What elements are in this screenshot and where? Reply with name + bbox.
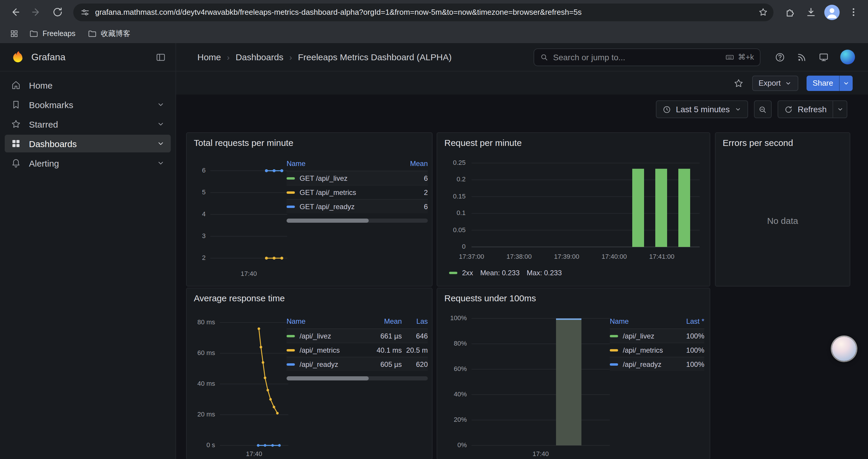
search-input[interactable]: Search or jump to... ⌘+k bbox=[533, 48, 761, 66]
legend-table: Name Last * /api/_livez 100% /api/_metri… bbox=[610, 314, 704, 371]
share-dropdown-button[interactable] bbox=[839, 75, 852, 91]
floating-assistant-avatar[interactable] bbox=[832, 337, 856, 361]
sidebar-collapse-icon[interactable] bbox=[155, 52, 166, 62]
legend-row: /api/_livez 661 µs 646 bbox=[286, 328, 428, 342]
favorite-star-icon[interactable] bbox=[733, 78, 744, 88]
panel-title[interactable]: Average response time bbox=[194, 293, 285, 303]
extensions-icon[interactable] bbox=[779, 2, 800, 22]
scrollbar-thumb[interactable] bbox=[286, 376, 368, 381]
refresh-button[interactable]: Refresh bbox=[778, 100, 833, 118]
bookmark-star-icon[interactable] bbox=[754, 4, 771, 21]
x-tick-label: 17:39:00 bbox=[545, 253, 589, 260]
series-point bbox=[276, 412, 279, 415]
back-button[interactable] bbox=[5, 2, 25, 22]
sidebar-item-label: Home bbox=[29, 80, 165, 90]
x-tick-label: 17:38:00 bbox=[497, 253, 541, 260]
y-tick-label: 40% bbox=[443, 391, 467, 398]
share-button[interactable]: Share bbox=[807, 75, 839, 91]
panel-title[interactable]: Request per minute bbox=[444, 138, 522, 148]
bookmark-item-freeleaps[interactable]: Freeleaps bbox=[24, 27, 81, 41]
series-name[interactable]: /api/_readyz bbox=[623, 360, 674, 368]
legend-header-last[interactable]: Last * bbox=[674, 317, 704, 326]
reload-button[interactable] bbox=[47, 2, 67, 22]
header-icons bbox=[775, 50, 855, 64]
bookmark-icon bbox=[11, 99, 21, 110]
legend-scrollbar[interactable] bbox=[286, 219, 428, 223]
bar-chart: 0.250.20.150.10.05017:37:0017:38:0017:39… bbox=[443, 158, 705, 267]
series-mean: 605 µs bbox=[365, 360, 402, 368]
breadcrumb-separator: › bbox=[227, 52, 229, 62]
sidebar-item-home[interactable]: Home bbox=[5, 76, 171, 94]
y-tick-label: 80 ms bbox=[193, 319, 215, 326]
folder-icon bbox=[29, 29, 38, 38]
breadcrumb: Home › Dashboards › Freeleaps Metrics Da… bbox=[197, 52, 452, 62]
news-rss-icon[interactable] bbox=[797, 52, 807, 62]
series-name[interactable]: /api/_metrics bbox=[300, 346, 365, 354]
series-name[interactable]: /api/_metrics bbox=[623, 346, 674, 354]
apps-grid-icon[interactable] bbox=[6, 26, 23, 41]
export-button[interactable]: Export bbox=[752, 75, 798, 91]
series-name[interactable]: 2xx bbox=[462, 269, 473, 277]
chevron-down-icon[interactable] bbox=[157, 100, 165, 109]
chevron-down-icon[interactable] bbox=[157, 139, 165, 148]
legend-header-name[interactable]: Name bbox=[286, 160, 391, 168]
panel-total-requests-per-minute: Total requests per minute 6543217:40 Nam… bbox=[186, 132, 433, 287]
panel-title[interactable]: Errors per second bbox=[723, 138, 793, 148]
profile-avatar[interactable] bbox=[822, 2, 842, 22]
legend-header-mean[interactable]: Mean bbox=[391, 160, 428, 168]
breadcrumb-dashboards[interactable]: Dashboards bbox=[236, 52, 283, 62]
legend-header-mean[interactable]: Mean bbox=[365, 317, 402, 326]
legend-row: GET /api/_readyz 6 bbox=[286, 199, 428, 213]
breadcrumb-home[interactable]: Home bbox=[197, 52, 221, 62]
sidebar-item-alerting[interactable]: Alerting bbox=[5, 154, 171, 172]
series-point bbox=[267, 389, 269, 391]
help-icon[interactable] bbox=[775, 52, 785, 62]
panel-title[interactable]: Total requests per minute bbox=[194, 138, 293, 148]
series-name[interactable]: /api/_readyz bbox=[300, 360, 365, 368]
grafana-logo[interactable] bbox=[11, 50, 25, 64]
bookmark-item-blogs[interactable]: 收藏博客 bbox=[82, 26, 135, 41]
legend-row: /api/_livez 100% bbox=[610, 328, 704, 342]
site-settings-icon[interactable] bbox=[80, 7, 90, 17]
sidebar-item-label: Starred bbox=[29, 119, 149, 129]
no-data-message: No data bbox=[716, 216, 850, 226]
url-text[interactable]: grafana.mathmast.com/d/deytv4rwavabkb/fr… bbox=[95, 8, 749, 17]
sidebar-item-bookmarks[interactable]: Bookmarks bbox=[5, 96, 171, 113]
y-tick-label: 20% bbox=[443, 416, 467, 423]
display-icon[interactable] bbox=[818, 52, 829, 62]
browser-menu-icon[interactable] bbox=[843, 2, 863, 22]
bar bbox=[678, 169, 690, 247]
sidebar-item-dashboards[interactable]: Dashboards bbox=[5, 135, 171, 153]
series-mean: 6 bbox=[391, 174, 428, 182]
series-point bbox=[269, 398, 272, 401]
bar-chart-svg bbox=[443, 313, 615, 459]
y-tick-label: 0.2 bbox=[443, 176, 466, 183]
time-range-picker[interactable]: Last 5 minutes bbox=[656, 100, 748, 118]
x-tick-label: 17:40 bbox=[210, 270, 287, 277]
series-name[interactable]: GET /api/_readyz bbox=[300, 202, 391, 210]
zoom-out-button[interactable] bbox=[754, 100, 772, 118]
downloads-icon[interactable] bbox=[801, 2, 821, 22]
series-name[interactable]: GET /api/_metrics bbox=[300, 188, 391, 196]
legend-scrollbar[interactable] bbox=[286, 376, 428, 381]
scrollbar-thumb[interactable] bbox=[286, 219, 368, 223]
sidebar-item-starred[interactable]: Starred bbox=[5, 115, 171, 133]
series-point bbox=[271, 444, 274, 447]
chevron-down-icon[interactable] bbox=[157, 159, 165, 167]
series-color-dash bbox=[286, 191, 295, 193]
search-placeholder: Search or jump to... bbox=[553, 52, 720, 62]
series-name[interactable]: /api/_livez bbox=[623, 332, 674, 340]
url-bar[interactable]: grafana.mathmast.com/d/deytv4rwavabkb/fr… bbox=[73, 3, 773, 21]
legend-header-last[interactable]: Las bbox=[402, 317, 428, 326]
series-name[interactable]: /api/_livez bbox=[300, 332, 365, 340]
refresh-interval-dropdown[interactable] bbox=[833, 100, 847, 118]
profile-avatar-icon bbox=[824, 4, 840, 20]
panel-title[interactable]: Requests under 100ms bbox=[444, 293, 536, 303]
series-name[interactable]: GET /api/_livez bbox=[300, 174, 391, 182]
sidebar-item-label: Dashboards bbox=[29, 138, 149, 149]
user-avatar[interactable] bbox=[840, 50, 855, 64]
chevron-down-icon[interactable] bbox=[157, 120, 165, 128]
legend-header-name[interactable]: Name bbox=[610, 317, 674, 326]
forward-button[interactable] bbox=[26, 2, 46, 22]
legend-header-name[interactable]: Name bbox=[286, 317, 365, 326]
